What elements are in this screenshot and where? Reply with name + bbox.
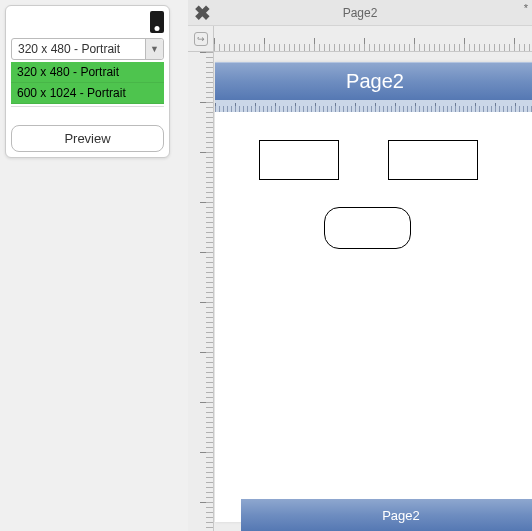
horizontal-ruler [214,26,532,52]
close-icon[interactable]: ✖ [194,1,211,25]
resolution-option[interactable]: 600 x 1024 - Portrait [11,83,164,104]
page-inner-ruler [215,100,532,112]
preview-button[interactable]: Preview [11,125,164,152]
ruler-ticks [188,52,213,531]
resolution-select-value: 320 x 480 - Portrait [12,39,145,59]
rect-widget[interactable] [388,140,478,180]
page-footer[interactable]: Page2 [241,499,532,531]
resolution-options-list: 320 x 480 - Portrait 600 x 1024 - Portra… [11,62,164,104]
resolution-select[interactable]: 320 x 480 - Portrait ▼ [11,38,164,60]
page-frame: Page2 [215,62,532,522]
tab-titlebar: ✖ Page2 * [188,0,532,26]
vertical-ruler [188,52,214,531]
device-icon-bar [11,11,164,33]
rect-widget[interactable] [259,140,339,180]
properties-panel: 320 x 480 - Portrait ▼ 320 x 480 - Portr… [5,5,170,158]
resolution-option[interactable]: 320 x 480 - Portrait [11,62,164,83]
cutoff-row [11,106,164,117]
canvas[interactable]: Page2 Page2 [214,52,532,531]
page-header[interactable]: Page2 [215,62,532,100]
page-body[interactable] [215,112,532,522]
phone-icon[interactable] [150,11,164,33]
export-icon[interactable]: ↪ [194,32,208,46]
designer-area: ✖ Page2 * ↪ Page2 Page2 [188,0,532,531]
tab-title: Page2 [343,6,378,20]
ruler-ticks [214,26,532,51]
rounded-rect-widget[interactable] [324,207,411,249]
chevron-down-icon[interactable]: ▼ [145,39,163,59]
modified-indicator: * [524,2,528,14]
ruler-corner: ↪ [188,26,214,52]
